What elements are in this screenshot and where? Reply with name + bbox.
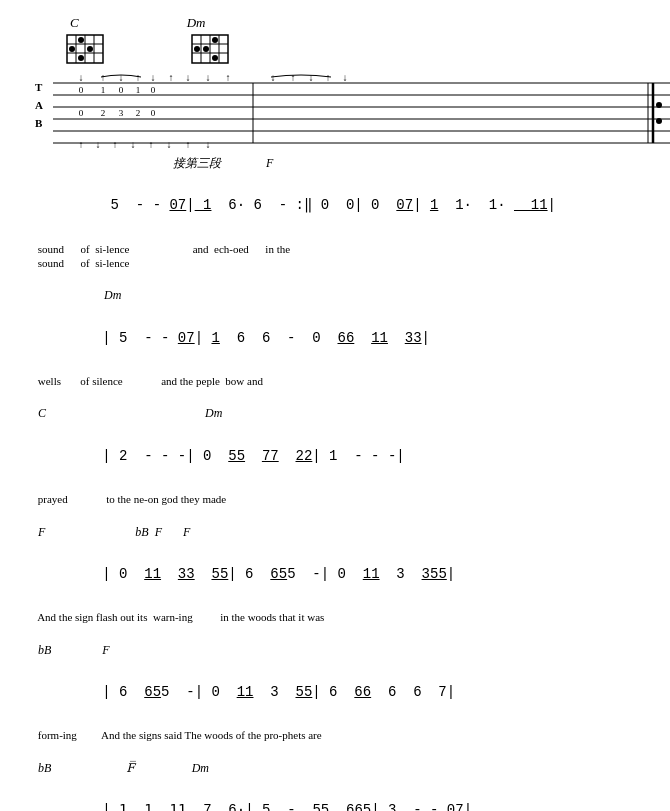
- lyric-row-1a: sound of si-lence and ech-oed in the: [35, 242, 635, 256]
- svg-point-29: [656, 118, 662, 124]
- chord-row-3: C Dm: [35, 406, 635, 420]
- note-text-2: | 5 - - 07| 1 6 6 - 0 66 11 33|: [102, 330, 430, 346]
- svg-text:↑: ↑: [79, 139, 84, 148]
- tab-staff-svg: ↓ ↑ ↓ ↑ ↓ ↑ ↓ ↓ ↑ ↑ ↓ ↑ ↓ ↑ ↓ ↑: [53, 73, 670, 148]
- notes-row-5: | 6 655 -| 0 11 3 55| 6 66 6 6 7|: [35, 657, 635, 728]
- music-row-6: bB F̅ Dm | 1̣ 1̣ 1̣1̣ 7 6·| 5 - 55 665| …: [35, 761, 635, 811]
- svg-text:↓: ↓: [343, 73, 348, 83]
- svg-text:↓: ↓: [271, 73, 276, 83]
- chord-names-row: C Dm: [35, 15, 635, 31]
- page: C Dm: [0, 0, 670, 811]
- lyric-row-3: prayed to the ne-on god they made: [35, 492, 635, 506]
- svg-text:↓: ↓: [79, 73, 84, 83]
- notes-row-6: | 1̣ 1̣ 1̣1̣ 7 6·| 5 - 55 665| 3 - - 07|: [35, 775, 635, 811]
- svg-text:↓: ↓: [206, 139, 211, 148]
- note-text-1: 5 - - 07| 1 6· 6 - :‖ 0 0| 0 07| 1 1· 1·…: [102, 197, 556, 213]
- chord-dm-grid: [190, 33, 230, 65]
- svg-text:↓: ↓: [167, 139, 172, 148]
- svg-text:1: 1: [136, 85, 141, 95]
- note-text-3: | 2 - - -| 0 55 77 22| 1 - - -|: [102, 448, 405, 464]
- svg-text:2: 2: [101, 108, 106, 118]
- notes-row-4: | 0 11 33 55| 6 655 -| 0 11 3 355|: [35, 539, 635, 610]
- chord-c-grid: [65, 33, 105, 65]
- note-text-6: | 1̣ 1̣ 1̣1̣ 7 6·| 5 - 55 665| 3 - - 07|: [102, 802, 472, 811]
- music-row-4: F bB F F | 0 11 33 55| 6 655 -| 0 11 3 3…: [35, 525, 635, 625]
- tab-a: A: [35, 99, 43, 111]
- svg-point-6: [78, 37, 84, 43]
- svg-text:3: 3: [119, 108, 124, 118]
- svg-point-16: [212, 37, 218, 43]
- notes-row-2: | 5 - - 07| 1 6 6 - 0 66 11 33|: [35, 303, 635, 374]
- svg-text:↑: ↑: [113, 139, 118, 148]
- lyric-row-1b: sound of si-lence: [35, 256, 635, 270]
- chord-c-label: C: [70, 15, 79, 31]
- svg-text:0: 0: [151, 108, 156, 118]
- notes-row-3: | 2 - - -| 0 55 77 22| 1 - - -|: [35, 421, 635, 492]
- music-row-5: bB F | 6 655 -| 0 11 3 55| 6 66 6 6 7| f…: [35, 643, 635, 743]
- svg-text:↓: ↓: [131, 139, 136, 148]
- svg-text:↑: ↑: [149, 139, 154, 148]
- svg-text:↓: ↓: [206, 73, 211, 83]
- music-row-1: 接第三段 F 5 - - 07| 1 6· 6 - :‖ 0 0| 0 07| …: [35, 156, 635, 270]
- svg-point-28: [656, 102, 662, 108]
- tab-b: B: [35, 117, 43, 129]
- svg-text:↑: ↑: [226, 73, 231, 83]
- lyric-row-4: And the sign flash out its warn-ing in t…: [35, 610, 635, 624]
- chord-row-1: 接第三段 F: [35, 156, 635, 170]
- note-text-5: | 6 655 -| 0 11 3 55| 6 66 6 6 7|: [102, 684, 455, 700]
- chord-diagrams-row: [35, 33, 635, 69]
- svg-text:2: 2: [136, 108, 141, 118]
- svg-text:↑: ↑: [101, 73, 106, 83]
- chord-dm-diagram: [190, 33, 230, 69]
- tab-section: C Dm: [35, 15, 635, 148]
- svg-text:↓: ↓: [96, 139, 101, 148]
- svg-text:↓: ↓: [186, 73, 191, 83]
- main-content: C Dm: [20, 10, 650, 811]
- chord-row-5: bB F: [35, 643, 635, 657]
- svg-text:1: 1: [101, 85, 106, 95]
- music-row-3: C Dm | 2 - - -| 0 55 77 22| 1 - - -| pra…: [35, 406, 635, 506]
- svg-text:↑: ↑: [169, 73, 174, 83]
- tab-staff: T A B: [35, 73, 635, 148]
- svg-point-9: [78, 55, 84, 61]
- chord-row-6: bB F̅ Dm: [35, 761, 635, 775]
- svg-text:↑: ↑: [291, 73, 296, 83]
- music-row-2: Dm | 5 - - 07| 1 6 6 - 0 66 11 33| wells…: [35, 288, 635, 388]
- tab-letters: T A B: [35, 81, 43, 129]
- svg-text:0: 0: [79, 85, 84, 95]
- svg-text:↑: ↑: [326, 73, 331, 83]
- svg-point-7: [69, 46, 75, 52]
- tab-t: T: [35, 81, 43, 93]
- note-text-4: | 0 11 33 55| 6 655 -| 0 11 3 355|: [102, 566, 455, 582]
- svg-text:↓: ↓: [309, 73, 314, 83]
- svg-point-18: [203, 46, 209, 52]
- svg-point-19: [212, 55, 218, 61]
- svg-text:↑: ↑: [136, 73, 141, 83]
- svg-text:↓: ↓: [151, 73, 156, 83]
- svg-text:0: 0: [79, 108, 84, 118]
- svg-text:↑: ↑: [186, 139, 191, 148]
- lyric-row-2: wells of silence and the peple bow and: [35, 374, 635, 388]
- svg-point-8: [87, 46, 93, 52]
- notes-row-1: 5 - - 07| 1 6· 6 - :‖ 0 0| 0 07| 1 1· 1·…: [35, 170, 635, 241]
- svg-text:0: 0: [151, 85, 156, 95]
- lyric-row-5: form-ing And the signs said The woods of…: [35, 728, 635, 742]
- chord-row-2: Dm: [35, 288, 635, 302]
- chord-dm-label: Dm: [187, 15, 206, 31]
- chord-row-4: F bB F F: [35, 525, 635, 539]
- chord-c-diagram: [65, 33, 105, 69]
- svg-text:0: 0: [119, 85, 124, 95]
- svg-point-17: [194, 46, 200, 52]
